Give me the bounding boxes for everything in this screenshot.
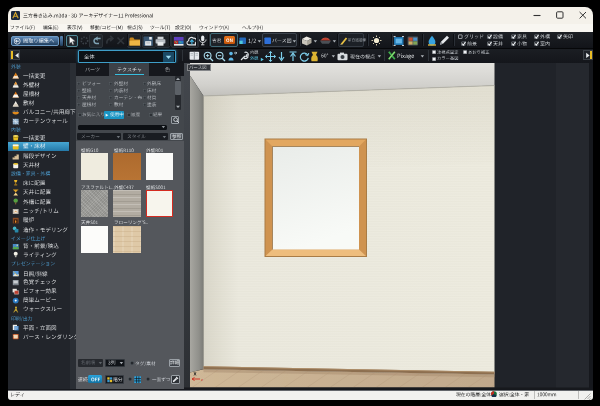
svg-text:z: z — [201, 377, 203, 382]
